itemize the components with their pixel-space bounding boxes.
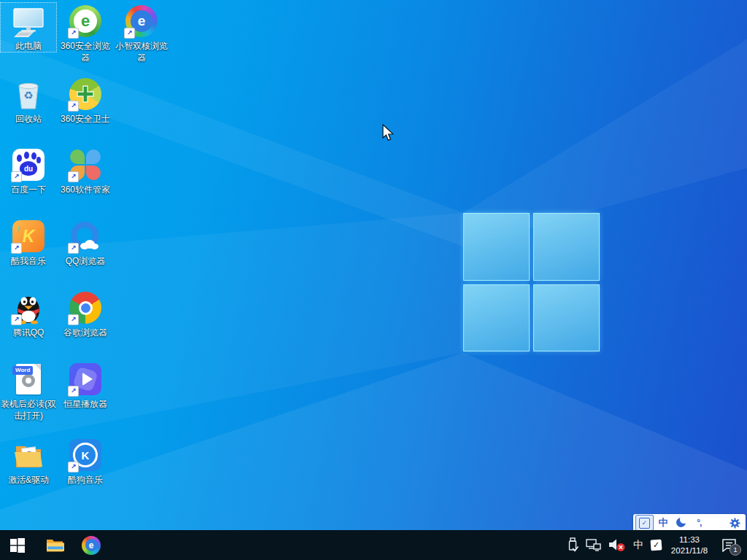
start-button[interactable] [0,530,35,560]
icon-label: 百度一下 [11,184,46,195]
shortcut-arrow-icon: ↗ [11,171,22,182]
music-note-glyph: ♪ [16,222,21,233]
ime-logo-button[interactable]: ✓ [635,515,654,531]
icon-label: 此电脑 [15,40,42,52]
k-glyph: K [23,227,35,246]
star-player-icon: ↗ [69,362,102,396]
icon-label: 装机后必读(双击打开) [1,398,56,421]
360-browser-icon: e ↗ [69,4,102,38]
icon-label: 恒星播放器 [63,398,107,410]
gear-icon [729,518,740,529]
icon-label: 回收站 [15,113,42,125]
icon-label: 小智双核浏览器 [114,40,169,63]
word-tag: Word [12,366,33,375]
icon-label: 谷歌浏览器 [63,327,107,338]
recycle-symbol: ♻ [12,89,45,102]
desktop-icon-readme-doc[interactable]: Word 装机后必读(双击打开) [1,361,56,421]
du-glyph: du [20,161,37,176]
ime-language-indicator[interactable]: 中 [633,539,643,552]
windows-desktop: 此电脑 e ↗ 360安全浏览器 e ↗ 小智双核浏览器 ♻ 回收站 [0,0,747,560]
desktop-icon-xiaozhi-browser[interactable]: e ↗ 小智双核浏览器 [114,3,169,63]
desktop-icon-star-player[interactable]: ↗ 恒星播放器 [58,361,113,410]
desktop-icon-qq-browser[interactable]: ↗ QQ浏览器 [58,218,113,267]
ime-account-button[interactable] [709,516,726,530]
windows-start-icon [10,538,25,553]
360-safe-guard-icon: ↗ [69,77,102,111]
desktop-icon-this-pc[interactable]: 此电脑 [1,3,56,52]
clock-date: 2021/11/8 [669,545,710,556]
kugou-music-icon: K ↗ [69,438,102,472]
moon-icon [676,518,686,528]
ime-mode-button[interactable]: 中 [655,516,672,530]
desktop-icon-recycle-bin[interactable]: ♻ 回收站 [1,76,56,125]
shortcut-arrow-icon: ↗ [11,243,22,254]
readme-doc-icon: Word [12,362,45,396]
desktop-icon-360-software-manager[interactable]: ↗ 360软件管家 [58,147,113,195]
browser-taskbar-button[interactable]: e [74,530,109,560]
tencent-qq-icon: ↗ [12,291,45,324]
ime-toolbar[interactable]: ✓ 中 °, [633,514,746,532]
windows-logo-pane [463,213,530,281]
icon-label: 腾讯QQ [13,327,44,338]
this-pc-icon [12,4,45,38]
icon-label: 360安全浏览器 [58,40,113,63]
desktop-icon-360-safe-guard[interactable]: ↗ 360安全卫士 [58,76,113,125]
shortcut-arrow-icon: ↗ [68,462,79,472]
shortcut-arrow-icon: ↗ [124,28,135,39]
desktop-icon-baidu[interactable]: du ↗ 百度一下 [1,147,56,195]
icon-label: 酷我音乐 [11,255,46,267]
icon-label: 360安全卫士 [61,113,110,125]
windows-logo-pane [463,284,530,352]
shortcut-arrow-icon: ↗ [68,171,79,182]
file-explorer-button[interactable] [37,530,72,560]
system-tray: 中 ✓ 11:33 2021/11/8 1 [567,530,747,560]
chrome-icon: ↗ [69,291,102,324]
kuwo-music-icon: ♪ K ↗ [12,219,45,253]
ime-mode-label: 中 [659,516,668,529]
ime-logo-icon: ✓ [639,518,650,529]
ime-punctuation-button[interactable]: °, [691,516,708,530]
check-icon: ✓ [650,539,662,551]
desktop-icon-360-browser[interactable]: e ↗ 360安全浏览器 [58,3,113,63]
shortcut-arrow-icon: ↗ [68,101,79,112]
folder-icon [12,438,45,472]
desktop-icon-tencent-qq[interactable]: ↗ 腾讯QQ [1,289,56,338]
desktop-icon-chrome[interactable]: ↗ 谷歌浏览器 [58,289,113,338]
windows-logo-pane [533,213,600,281]
taskbar: e [0,530,747,560]
clock-time: 11:33 [669,534,710,545]
notification-badge: 1 [729,544,741,556]
ime-settings-button[interactable] [727,516,743,530]
usb-device-icon[interactable] [567,537,578,553]
icon-label: 360软件管家 [61,184,110,195]
qq-browser-icon: ↗ [69,219,102,253]
punctuation-icon: °, [697,518,701,528]
file-explorer-icon [45,536,64,555]
shortcut-arrow-icon: ↗ [68,386,79,397]
icon-label: QQ浏览器 [66,255,106,267]
icon-label: 激活&驱动 [8,474,49,486]
xiaozhi-browser-icon: e ↗ [125,4,158,38]
windows-logo-pane [533,284,600,352]
desktop-icon-activation-folder[interactable]: 激活&驱动 [1,437,56,486]
baidu-icon: du ↗ [12,148,45,182]
windows-logo [463,213,600,351]
action-center-button[interactable]: 1 [721,538,737,552]
shortcut-arrow-icon: ↗ [68,243,79,254]
ime-tray-icon[interactable]: ✓ [651,540,662,551]
shortcut-arrow-icon: ↗ [68,314,79,325]
recycle-bin-icon: ♻ [12,77,45,111]
taskbar-clock[interactable]: 11:33 2021/11/8 [669,534,710,556]
360-software-manager-icon: ↗ [69,148,102,182]
network-icon[interactable] [586,539,601,551]
icon-label: 酷狗音乐 [68,474,103,486]
shortcut-arrow-icon: ↗ [11,314,22,325]
ime-fullwidth-button[interactable] [673,516,689,530]
desktop-icon-kugou-music[interactable]: K ↗ 酷狗音乐 [58,437,113,486]
desktop-icon-kuwo-music[interactable]: ♪ K ↗ 酷我音乐 [1,218,56,267]
shortcut-arrow-icon: ↗ [68,28,79,39]
volume-muted-icon[interactable] [608,538,626,552]
browser-icon: e [82,536,101,555]
